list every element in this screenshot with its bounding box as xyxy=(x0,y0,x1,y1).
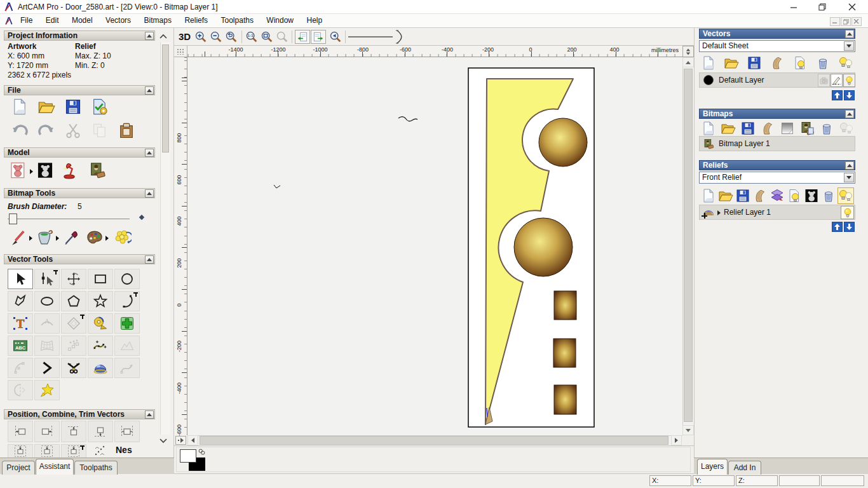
child-minimize-button[interactable] xyxy=(830,17,840,26)
transform-vectors-button[interactable] xyxy=(61,269,86,289)
expand-relief-layer-icon[interactable] xyxy=(717,210,721,215)
zoom-out-button[interactable] xyxy=(208,29,224,44)
panel-scroll-down-button[interactable] xyxy=(156,437,170,445)
create-star-button[interactable] xyxy=(88,291,113,311)
show-all-relief-layers-button[interactable] xyxy=(837,187,854,204)
bitmap-layer-row[interactable]: Bitmap Layer 1 xyxy=(699,136,855,151)
zoom-1to1-button[interactable] xyxy=(244,29,259,44)
zoom-to-objects-button[interactable] xyxy=(259,29,275,44)
redo-button[interactable] xyxy=(37,121,56,141)
file-section-header[interactable]: File xyxy=(4,85,155,95)
zoom-to-fit-button[interactable] xyxy=(275,29,290,44)
trim-vectors-button[interactable] xyxy=(61,358,86,378)
nesting-button[interactable]: Nes xyxy=(116,445,132,455)
scroll-left-button[interactable] xyxy=(187,435,198,445)
create-text-button[interactable] xyxy=(8,313,33,334)
position-section-header[interactable]: Position, Combine, Trim Vectors xyxy=(4,409,155,419)
delete-relief-layer-button[interactable] xyxy=(820,187,837,204)
align-top-button[interactable] xyxy=(61,421,86,442)
panel-scroll-up-button[interactable] xyxy=(156,32,170,40)
sheet-dropdown-button[interactable] xyxy=(844,41,854,51)
primary-colour-swatch[interactable] xyxy=(180,449,196,463)
relief-block-2[interactable] xyxy=(553,339,576,367)
menu-window[interactable]: Window xyxy=(261,14,299,27)
reliefs-panel-header[interactable]: Reliefs xyxy=(699,160,855,170)
mirror-vectors-button[interactable] xyxy=(8,380,33,400)
paste-button[interactable] xyxy=(117,121,136,141)
undo-button[interactable] xyxy=(10,121,29,141)
toggle-3d-view-button[interactable]: 3D xyxy=(179,30,191,43)
free-sketch-button[interactable] xyxy=(114,336,140,356)
hscrollbar-thumb[interactable] xyxy=(200,436,668,445)
brush-slider-track[interactable] xyxy=(8,219,130,219)
create-arrow-button[interactable] xyxy=(34,358,60,378)
open-model-button[interactable] xyxy=(37,97,56,117)
vector-doctor-button[interactable] xyxy=(34,380,60,400)
ruler-toggle-button[interactable] xyxy=(175,436,186,445)
set-model-size-button[interactable] xyxy=(9,160,28,180)
save-vector-layer-button[interactable] xyxy=(746,55,763,71)
show-all-bitmap-layers-button[interactable] xyxy=(838,120,855,137)
vector-sheet-select[interactable]: Default Sheet xyxy=(699,40,855,52)
paste-array-button[interactable] xyxy=(61,336,86,356)
palette-flyout-icon[interactable] xyxy=(105,236,109,241)
menu-vectors[interactable]: Vectors xyxy=(100,14,136,27)
create-ellipse-button[interactable] xyxy=(34,291,60,311)
envelope-distort-button[interactable] xyxy=(34,336,60,356)
fit-arcs-button[interactable] xyxy=(8,358,33,378)
move-layer-up-button[interactable] xyxy=(832,90,843,100)
tab-layers[interactable]: Layers xyxy=(697,459,728,475)
model-wizard-button[interactable] xyxy=(90,97,109,117)
text-block-button[interactable] xyxy=(8,336,33,356)
collapse-file-button[interactable] xyxy=(145,86,154,95)
scroll-right-button[interactable] xyxy=(671,435,682,445)
invert-model-button[interactable] xyxy=(36,160,55,180)
move-relief-down-button[interactable] xyxy=(844,222,855,232)
relief-layer-row[interactable]: Relief Layer 1 xyxy=(699,205,855,220)
collapse-reliefs-button[interactable] xyxy=(845,161,854,170)
tab-toolpaths[interactable]: Toolpaths xyxy=(74,461,118,475)
zoom-in-button[interactable] xyxy=(193,29,208,44)
layer-colour-swatch[interactable] xyxy=(703,75,714,85)
vector-tools-header[interactable]: Vector Tools xyxy=(4,254,155,264)
panel-scrollbar[interactable] xyxy=(160,42,170,435)
import-image-button[interactable] xyxy=(88,160,107,180)
layer-edit-button[interactable] xyxy=(831,74,843,87)
create-rectangle-button[interactable] xyxy=(88,269,113,289)
merge-bitmap-layers-button[interactable] xyxy=(759,120,776,137)
transfer-relief-button[interactable] xyxy=(769,187,785,204)
close-button[interactable] xyxy=(841,0,863,14)
offset-vectors-button[interactable] xyxy=(61,313,86,334)
toggle-vector-layer-button[interactable] xyxy=(792,55,808,71)
menu-edit[interactable]: Edit xyxy=(41,14,64,27)
relief-dropdown-button[interactable] xyxy=(844,173,854,182)
previous-view-button[interactable] xyxy=(295,30,310,44)
align-left-button[interactable] xyxy=(8,421,33,442)
move-layer-down-button[interactable] xyxy=(844,90,855,100)
align-centre-button[interactable] xyxy=(114,421,140,442)
next-view-button[interactable] xyxy=(311,30,326,44)
menu-toolpaths[interactable]: Toolpaths xyxy=(216,14,259,27)
vector-layer-row[interactable]: Default Layer xyxy=(699,72,855,88)
block-paste-button[interactable] xyxy=(114,313,140,334)
merge-vector-layers-button[interactable] xyxy=(769,55,785,71)
align-bottom-button[interactable] xyxy=(88,421,113,442)
measure-tool-button[interactable] xyxy=(88,313,113,334)
node-editing-button[interactable] xyxy=(34,269,60,289)
new-vector-layer-button[interactable] xyxy=(700,55,717,71)
collapse-vector-tools-button[interactable] xyxy=(145,255,154,264)
scroll-down-button[interactable] xyxy=(682,425,694,435)
delete-bitmap-layer-button[interactable] xyxy=(818,120,835,137)
relief-select[interactable]: Front Relief xyxy=(699,172,855,184)
new-bitmap-layer-button[interactable] xyxy=(700,120,717,137)
open-relief-layer-button[interactable] xyxy=(717,187,734,204)
paint-flyout-icon[interactable] xyxy=(29,236,32,241)
tab-add-in[interactable]: Add In xyxy=(728,461,761,475)
child-close-button[interactable] xyxy=(851,17,862,26)
restore-button[interactable] xyxy=(811,0,833,14)
delete-vector-layer-button[interactable] xyxy=(815,55,831,71)
project-information-header[interactable]: Project Information xyxy=(4,30,155,41)
zoom-back-button[interactable] xyxy=(328,29,343,44)
open-bitmap-layer-button[interactable] xyxy=(720,120,736,137)
new-relief-layer-button[interactable] xyxy=(700,187,717,204)
